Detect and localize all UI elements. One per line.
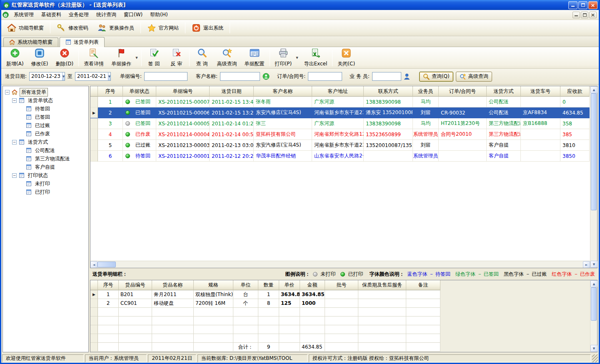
action-flag-button[interactable]: 单据操作▼	[108, 48, 140, 68]
horizontal-scrollbar[interactable]: ◄ ►	[90, 261, 590, 268]
action-edit-button[interactable]: 修改(E)	[28, 48, 52, 68]
grid-col-header[interactable]: 送货车号	[521, 86, 560, 97]
tab-delivery-list[interactable]: 送货单列表	[60, 37, 105, 47]
date-to-combo[interactable]: 2011-02-21 ▼	[75, 72, 111, 81]
toolbar-users-button[interactable]: 更换操作员	[93, 22, 138, 34]
chevron-down-icon[interactable]: ▼	[295, 56, 299, 60]
doc-no-input[interactable]	[144, 72, 188, 81]
adv-query-button[interactable]: 高级查询	[456, 72, 492, 82]
order-input[interactable]	[308, 72, 342, 81]
grid-col-header[interactable]: 单据编号	[156, 86, 210, 97]
action-reverse-button[interactable]: 反 审	[165, 48, 188, 68]
detail-vertical-scrollbar[interactable]: ▲ ▼	[590, 280, 597, 352]
tree-leaf[interactable]: 未打印	[3, 180, 88, 188]
menu-item[interactable]: 基础资料	[38, 10, 65, 20]
detail-col-header[interactable]: 保质期及售后服务	[358, 280, 406, 290]
toolbar-home-button[interactable]: 功能导航窗	[3, 22, 48, 34]
detail-empty-row[interactable]	[90, 334, 440, 343]
grid-col-header[interactable]: 单据状态	[123, 86, 156, 97]
chevron-down-icon[interactable]: ▼	[108, 72, 110, 80]
tree-expander[interactable]: −	[5, 90, 10, 95]
restore-button[interactable]	[578, 1, 588, 9]
grid-row[interactable]: ▶2已签回XS-20110215-000062011-02-15 13:22东安…	[90, 107, 590, 118]
grid-col-header[interactable]: 客户名称	[254, 86, 312, 97]
scroll-right-button[interactable]: ►	[583, 261, 590, 268]
tree-leaf[interactable]: 第三方物流配送	[3, 155, 88, 163]
grid-row[interactable]: 6待签回XS-20110212-000012011-02-12 20:29华茂丰…	[90, 151, 590, 162]
scroll-track[interactable]	[98, 261, 583, 268]
detail-col-header[interactable]: 规格	[194, 280, 233, 290]
salesman-input[interactable]	[372, 72, 401, 81]
scroll-down-button[interactable]: ▼	[590, 261, 598, 268]
action-advsearch-button[interactable]: 高级查询	[213, 48, 241, 68]
scroll-track[interactable]	[590, 287, 597, 345]
tree-leaf[interactable]: 客户自提	[3, 163, 88, 171]
tree-group[interactable]: −送货单状态	[3, 96, 88, 105]
customer-input[interactable]	[220, 72, 260, 81]
scroll-left-button[interactable]: ◄	[90, 261, 98, 268]
action-excel-button[interactable]: 导出Excel	[300, 48, 331, 68]
tree-leaf[interactable]: 已作废	[3, 130, 88, 138]
grid-row[interactable]: 1已签回XS-20110215-000072011-02-15 13:42张冬雨…	[90, 97, 590, 107]
toolbar-star-button[interactable]: 官方网站	[143, 22, 183, 34]
grid-row[interactable]: 4已作废XS-20110214-000042011-02-14 00:57亚拓科…	[90, 129, 590, 140]
action-search-button[interactable]: 查 询	[191, 48, 213, 68]
mdi-restore-button[interactable]	[581, 12, 588, 18]
detail-col-header[interactable]: 单位	[233, 280, 258, 290]
scroll-thumb[interactable]	[591, 287, 597, 321]
grid-col-header[interactable]: 客户地址	[312, 86, 364, 97]
query-button[interactable]: 查询(Q)	[419, 72, 453, 82]
grid-row[interactable]: 3已签回XS-20110214-000052011-02-14 01:22张三广…	[90, 118, 590, 129]
detail-empty-row[interactable]	[90, 325, 440, 334]
vertical-scrollbar[interactable]: ▲ ▼	[590, 86, 597, 268]
scroll-thumb[interactable]	[98, 262, 116, 267]
detail-col-header[interactable]: 序号	[98, 280, 119, 290]
grid-col-header[interactable]: 送货日期	[210, 86, 254, 97]
chevron-down-icon[interactable]: ▼	[134, 56, 139, 60]
grid-col-header[interactable]: 应收款	[560, 86, 590, 97]
tree-leaf[interactable]: 公司配送	[3, 146, 88, 155]
date-from-combo[interactable]: 2010-12-23 ▼	[29, 72, 65, 81]
detail-col-header[interactable]: 批号	[325, 280, 358, 290]
grid-col-header[interactable]: 序号	[98, 86, 123, 97]
grid-row[interactable]: 5已过账XS-20110213-000032011-02-13 03:07东安汽…	[90, 140, 590, 151]
grid-col-header[interactable]: 联系方式	[364, 86, 413, 97]
detail-col-header[interactable]: 金额	[300, 280, 325, 290]
menu-item[interactable]: 窗口(W)	[120, 10, 146, 20]
tree-leaf[interactable]: 已签回	[3, 113, 88, 121]
tree-root[interactable]: −所有送货单	[3, 88, 88, 96]
tree-expander[interactable]: −	[12, 173, 17, 178]
detail-col-header[interactable]: 货品编号	[119, 280, 152, 290]
menu-item[interactable]: 帮助(H)	[146, 10, 171, 20]
tree-group[interactable]: −送货方式	[3, 138, 88, 146]
action-close-button[interactable]: 关闭(C)	[334, 48, 359, 68]
tree-expander[interactable]: −	[12, 98, 17, 103]
detail-empty-row[interactable]	[90, 308, 440, 317]
chevron-down-icon[interactable]: ▼	[62, 72, 65, 80]
close-button[interactable]: ×	[588, 1, 598, 9]
action-detail-button[interactable]: 查看详情	[80, 48, 108, 68]
grid-col-header[interactable]: 送货方式	[487, 86, 521, 97]
tree-leaf[interactable]: 已过账	[3, 121, 88, 130]
mdi-minimize-button[interactable]	[572, 12, 580, 18]
tree-leaf[interactable]: 待签回	[3, 105, 88, 113]
detail-col-header[interactable]: 数量	[258, 280, 279, 290]
detail-empty-row[interactable]	[90, 317, 440, 325]
grid-col-header[interactable]: 订单/合同号	[439, 86, 487, 97]
toolbar-keys-button[interactable]: 修改密码	[52, 22, 92, 34]
scroll-up-button[interactable]: ▲	[590, 280, 598, 287]
detail-row[interactable]: ▶1B201奔月2011双核独显(Think)台13634.853634.85	[90, 290, 440, 299]
action-print-button[interactable]: 打印(P)▼	[271, 48, 300, 68]
resize-grip[interactable]	[592, 354, 598, 362]
scroll-track[interactable]	[590, 93, 597, 261]
tree-group[interactable]: −打印状态	[3, 171, 88, 180]
menu-item[interactable]: 系统管理	[10, 10, 38, 20]
detail-row[interactable]: 2CC901移动硬盘7200转 16M个81251000	[90, 299, 440, 308]
tree-leaf[interactable]: 已打印	[3, 188, 88, 196]
detail-col-header[interactable]: 单价	[279, 280, 300, 290]
customer-lookup-icon[interactable]	[262, 73, 270, 80]
grid-col-header[interactable]: 业务员	[413, 86, 439, 97]
action-signback-button[interactable]: 签 回	[143, 48, 165, 68]
action-add-button[interactable]: 新增(A)	[2, 48, 28, 68]
toolbar-power-button[interactable]: 退出系统	[188, 22, 228, 34]
